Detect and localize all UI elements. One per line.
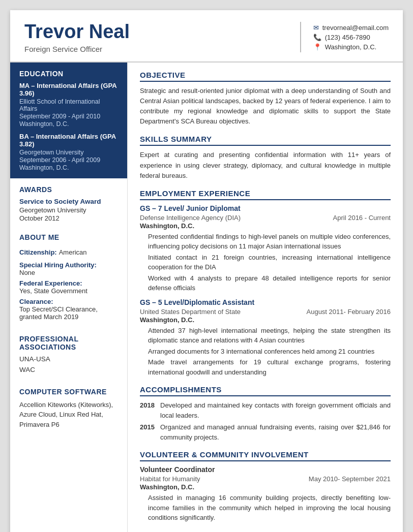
volunteer-org: Habitat for Humanity [140, 475, 200, 483]
volunteer-section: VOLUNTEER & COMMUNITY INVOLVEMENT Volunt… [140, 450, 391, 523]
education-section: EDUCATION MA – International Affairs (GP… [10, 62, 127, 178]
skills-title: SKILLS SUMMARY [140, 135, 391, 146]
location-value: Washington, D.C. [325, 43, 376, 51]
prof-item-1: UNA-USA [19, 355, 118, 363]
job-org-2: United States Department of State [140, 308, 241, 316]
accomplishment-1: 2018 Developed and maintained key contac… [140, 400, 391, 420]
job-location-2: Washington, D.C. [140, 316, 391, 324]
objective-text: Strategic and result-oriented junior dip… [140, 86, 391, 127]
contact-email: ✉ trevorneal@email.com [313, 24, 389, 32]
accomplishment-year-1: 2018 [140, 400, 157, 420]
objective-title: OBJECTIVE [140, 71, 391, 82]
federal-value: Yes, State Government [19, 287, 118, 295]
award-name: Service to Society Award [19, 198, 118, 205]
employment-section: EMPLOYMENT EXPERIENCE GS – 7 Level/ Juni… [140, 189, 391, 378]
job-row-2: United States Department of State August… [140, 308, 391, 316]
prof-item-2: WAC [19, 366, 118, 373]
volunteer-role: Volunteer Coordinator [140, 465, 391, 474]
job-bullets-2: Attended 37 high-level international mee… [148, 326, 391, 378]
job-org-1: Defense Intelligence Agency (DIA) [140, 214, 241, 222]
clearance-label: Clearance: [19, 298, 118, 305]
awards-section: AWARDS Service to Society Award Georgeto… [10, 178, 127, 229]
job-bullet-1-2: Initiated contact in 21 foreign countrie… [148, 253, 391, 272]
job-bullet-2-2: Arranged documents for 3 international c… [148, 347, 391, 357]
email-value: trevorneal@email.com [322, 24, 389, 32]
special-label: Special Hiring Authority: [19, 261, 118, 269]
skills-section: SKILLS SUMMARY Expert at curating and pr… [140, 135, 391, 180]
email-icon: ✉ [313, 24, 319, 32]
accomplishments-title: ACCOMPLISHMENTS [140, 385, 391, 396]
header-section: Trevor Neal Foreign Service Officer ✉ tr… [10, 10, 403, 62]
job-bullet-1-3: Worked with 4 analysts to prepare 48 det… [148, 273, 391, 293]
citizenship-value: American [59, 248, 87, 256]
clearance-value: Top Secret/SCI Clearance, granted March … [19, 305, 118, 321]
prof-section: PROFESSIONAL ASSOCIATIONS UNA-USA WAC [10, 331, 127, 384]
accomplishment-year-2: 2015 [140, 422, 157, 442]
job-date-2: August 2011- February 2016 [307, 308, 391, 316]
job-date-1: April 2016 - Current [333, 214, 391, 222]
accomplishment-text-2: Organized and managed annual fundraising… [160, 422, 391, 442]
header-left: Trevor Neal Foreign Service Officer [24, 21, 288, 53]
accomplishment-2: 2015 Organized and managed annual fundra… [140, 422, 391, 442]
volunteer-desc: Assisted in managing 16 community buildi… [148, 493, 391, 523]
edu-location-2: Washington, D.C. [19, 164, 118, 171]
edu-degree-1: MA – International Affairs (GPA 3.96) [19, 82, 118, 97]
skills-text: Expert at curating and presenting confid… [140, 150, 391, 180]
volunteer-title: VOLUNTEER & COMMUNITY INVOLVEMENT [140, 450, 391, 461]
job-bullet-2-1: Attended 37 high-level international mee… [148, 326, 391, 346]
volunteer-location: Washington, D.C. [140, 483, 391, 491]
about-special: Special Hiring Authority: None [19, 261, 118, 276]
contact-location: 📍 Washington, D.C. [313, 43, 389, 51]
computer-section: COMPUTER SOFTWARE Accellion Kiteworks (K… [10, 384, 127, 437]
citizenship-label: Citizenship: [19, 248, 57, 256]
accomplishments-section: ACCOMPLISHMENTS 2018 Developed and maint… [140, 385, 391, 442]
about-federal: Federal Experience: Yes, State Governmen… [19, 279, 118, 295]
phone-icon: 📞 [313, 34, 321, 41]
awards-title: AWARDS [19, 185, 118, 194]
job-bullets-1: Presented confidential findings to high-… [148, 232, 391, 293]
edu-date-1: September 2009 - April 2010 [19, 113, 118, 120]
candidate-title: Foreign Service Officer [24, 45, 288, 53]
about-citizenship: Citizenship: American [19, 245, 118, 258]
award-org: Georgetown University [19, 206, 118, 214]
edu-location-1: Washington, D.C. [19, 120, 118, 128]
edu-school-2: Georgetown University [19, 149, 118, 156]
candidate-name: Trevor Neal [24, 21, 288, 43]
job-location-1: Washington, D.C. [140, 222, 391, 230]
job-row-1: Defense Intelligence Agency (DIA) April … [140, 214, 391, 222]
job-bullet-1-1: Presented confidential findings to high-… [148, 232, 391, 252]
federal-label: Federal Experience: [19, 279, 118, 287]
edu-date-2: September 2006 - April 2009 [19, 157, 118, 164]
main-content: OBJECTIVE Strategic and result-oriented … [127, 62, 403, 532]
edu-degree-2: BA – International Affairs (GPA 3.82) [19, 133, 118, 148]
volunteer-dates: May 2010- September 2021 [309, 475, 391, 483]
contact-phone: 📞 (123) 456-7890 [313, 34, 389, 41]
computer-title: COMPUTER SOFTWARE [19, 388, 118, 396]
employment-title: EMPLOYMENT EXPERIENCE [140, 189, 391, 200]
special-value: None [19, 269, 118, 276]
header-divider [300, 22, 301, 52]
prof-title: PROFESSIONAL ASSOCIATIONS [19, 335, 118, 351]
about-clearance: Clearance: Top Secret/SCI Clearance, gra… [19, 298, 118, 321]
education-title: EDUCATION [19, 70, 118, 78]
computer-items: Accellion Kiteworks (Kiteworks), Azure C… [19, 400, 118, 430]
award-date: October 2012 [19, 214, 118, 222]
job-title-1: GS – 7 Level/ Junior Diplomat [140, 204, 391, 212]
objective-section: OBJECTIVE Strategic and result-oriented … [140, 71, 391, 127]
sidebar: EDUCATION MA – International Affairs (GP… [10, 62, 127, 532]
resume: Trevor Neal Foreign Service Officer ✉ tr… [10, 10, 403, 532]
volunteer-row: Habitat for Humanity May 2010- September… [140, 475, 391, 483]
job-bullet-2-3: Made travel arrangements for 19 cultural… [148, 357, 391, 377]
accomplishment-text-1: Developed and maintained key contacts wi… [160, 400, 391, 420]
about-title: ABOUT ME [19, 233, 118, 241]
about-section: ABOUT ME Citizenship: American Special H… [10, 229, 127, 331]
body: EDUCATION MA – International Affairs (GP… [10, 62, 403, 532]
location-icon: 📍 [313, 43, 321, 51]
phone-value: (123) 456-7890 [325, 34, 370, 41]
contact-info: ✉ trevorneal@email.com 📞 (123) 456-7890 … [313, 24, 389, 51]
edu-school-1: Elliott School of International Affairs [19, 98, 118, 112]
job-title-2: GS – 5 Level/Diplomatic Assistant [140, 298, 391, 306]
